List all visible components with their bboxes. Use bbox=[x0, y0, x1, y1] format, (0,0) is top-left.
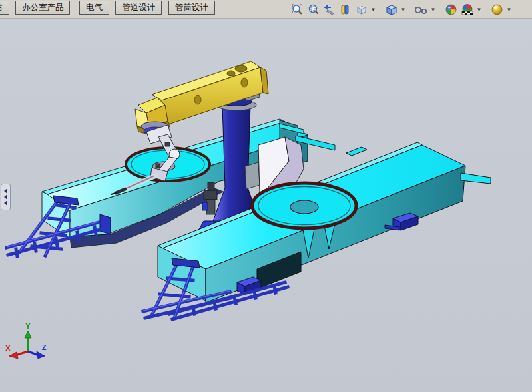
zoom-to-area-icon[interactable] bbox=[306, 3, 320, 17]
coordinate-triad: Y X Z bbox=[5, 322, 46, 359]
section-view-icon[interactable] bbox=[338, 3, 352, 17]
edit-appearance-icon[interactable] bbox=[444, 3, 458, 17]
chevron-left-icon bbox=[4, 188, 7, 194]
tab-electrical[interactable]: 电气 bbox=[79, 1, 109, 15]
tab-office-products[interactable]: 办公室产品 bbox=[15, 1, 71, 15]
tab-evaluate-partial[interactable]: 估 bbox=[0, 1, 9, 15]
display-style-icon[interactable] bbox=[384, 3, 398, 17]
graphics-area[interactable]: Y X Z bbox=[0, 19, 532, 392]
apply-scene-caret[interactable]: ▼ bbox=[476, 3, 482, 17]
tab-label: 办公室产品 bbox=[22, 3, 64, 12]
command-manager-toolbar: 估 办公室产品 电气 管道设计 管筒设计 ▼ ▼ ▼ bbox=[0, 0, 532, 19]
view-settings-icon[interactable] bbox=[490, 3, 504, 17]
triad-y-label: Y bbox=[25, 322, 31, 330]
view-orientation-caret[interactable]: ▼ bbox=[370, 3, 376, 17]
beam-clamp-bracket[interactable] bbox=[100, 214, 111, 234]
apply-scene-icon[interactable] bbox=[460, 3, 474, 17]
previous-view-icon[interactable] bbox=[322, 3, 336, 17]
tab-tubing-design[interactable]: 管筒设计 bbox=[168, 1, 215, 15]
view-settings-caret[interactable]: ▼ bbox=[506, 3, 512, 17]
zoom-to-fit-icon[interactable] bbox=[290, 3, 304, 17]
tab-label: 管道设计 bbox=[122, 3, 155, 12]
tab-label: 估 bbox=[0, 3, 3, 12]
hide-show-items-caret[interactable]: ▼ bbox=[430, 3, 436, 17]
tab-piping-design[interactable]: 管道设计 bbox=[115, 1, 162, 15]
heads-up-view-toolbar: ▼ ▼ ▼ ▼ ▼ bbox=[290, 2, 512, 17]
3d-model-view[interactable]: Y X Z bbox=[0, 19, 532, 392]
view-orientation-icon[interactable] bbox=[354, 3, 368, 17]
tab-label: 管筒设计 bbox=[175, 3, 208, 12]
tab-label: 电气 bbox=[86, 3, 103, 12]
gray-spacer-block[interactable] bbox=[245, 162, 260, 189]
collapsed-panel-splitter[interactable] bbox=[1, 184, 11, 210]
triad-z-label: Z bbox=[42, 343, 47, 351]
triad-x-label: X bbox=[5, 344, 11, 352]
commandmanager-tabs: 估 办公室产品 电气 管道设计 管筒设计 bbox=[0, 1, 218, 15]
chevron-left-icon bbox=[4, 194, 7, 200]
chevron-left-icon bbox=[4, 200, 7, 206]
display-style-caret[interactable]: ▼ bbox=[400, 3, 406, 17]
hide-show-items-icon[interactable] bbox=[414, 3, 428, 17]
